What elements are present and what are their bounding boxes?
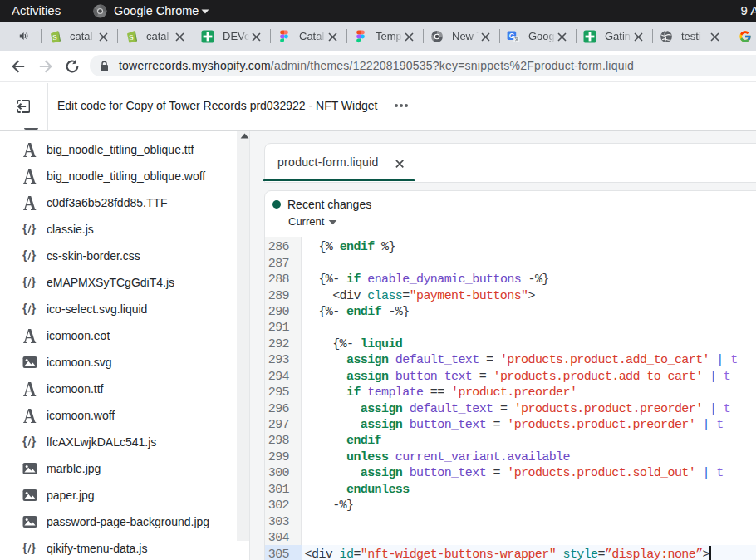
svg-text:}: } (31, 543, 36, 554)
svg-text:S: S (52, 32, 57, 41)
svg-text:{: { (22, 250, 27, 262)
svg-text:}: } (31, 277, 36, 288)
svg-text:S: S (129, 32, 134, 41)
svg-text:}: } (31, 303, 36, 315)
svg-text:{: { (22, 543, 27, 554)
svg-text:}: } (31, 250, 36, 262)
svg-text:G: G (509, 31, 515, 39)
svg-text:}: } (31, 224, 36, 235)
svg-text:{: { (22, 436, 27, 448)
svg-text:}: } (31, 436, 36, 448)
svg-text:{: { (22, 277, 27, 288)
svg-text:{: { (22, 303, 27, 315)
svg-text:{: { (22, 224, 27, 235)
